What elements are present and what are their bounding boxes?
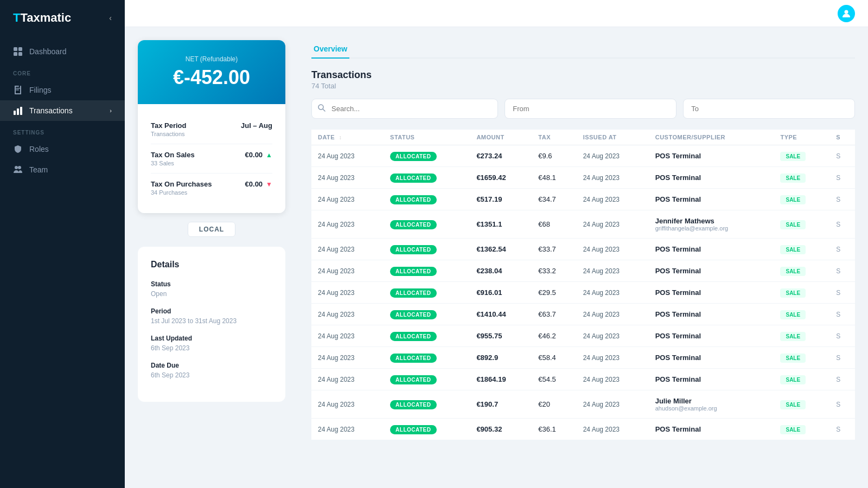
supplier-email: ahudson@example.org [655, 405, 768, 412]
chevron-right-icon: › [110, 107, 112, 114]
from-date-input[interactable] [505, 99, 676, 119]
filing-row-value: Jul – Aug [241, 121, 272, 130]
issued-at-cell: 24 Aug 2023 [577, 167, 649, 189]
tax-cell: €33.2 [532, 260, 576, 282]
issued-at-cell: 24 Aug 2023 [577, 390, 649, 419]
status-cell: ALLOCATED [384, 390, 470, 419]
type-cell: SALE [774, 390, 829, 419]
search-input[interactable] [311, 99, 498, 119]
tax-cell: €68 [532, 210, 576, 239]
filing-row-sub: 34 Purchases [151, 189, 212, 196]
type-badge: SALE [780, 425, 806, 434]
sidebar-item-filings[interactable]: Filings [0, 80, 125, 100]
type-cell: SALE [774, 239, 829, 260]
s-cell: S [829, 304, 855, 325]
date-cell: 24 Aug 2023 [311, 304, 384, 325]
col-s: S [829, 130, 855, 145]
table-row: 24 Aug 2023 ALLOCATED €1659.42 €48.1 24 … [311, 167, 855, 189]
transactions-table: DATE ↕ STATUS AMOUNT TAX ISSUED AT CUSTO… [311, 130, 855, 475]
svg-rect-9 [16, 89, 19, 91]
user-avatar[interactable] [838, 5, 855, 22]
col-type: TYPE [774, 130, 829, 145]
filing-row-label: Tax On Sales [151, 151, 195, 159]
table-row: 24 Aug 2023 ALLOCATED €273.24 €9.6 24 Au… [311, 145, 855, 167]
sidebar: TTaxmatic ‹ Dashboard CORE [0, 0, 125, 488]
sidebar-item-team[interactable]: Team [0, 159, 125, 180]
search-box [311, 99, 498, 119]
date-cell: 24 Aug 2023 [311, 369, 384, 390]
issued-at-cell: 24 Aug 2023 [577, 304, 649, 325]
col-tax: TAX [532, 130, 576, 145]
main-content: NET (Refundable) €-452.00 Tax Period Tra… [125, 0, 868, 488]
type-cell: SALE [774, 304, 829, 325]
date-cell: 24 Aug 2023 [311, 282, 384, 304]
type-cell: SALE [774, 325, 829, 347]
supplier-name: POS Terminal [655, 354, 768, 362]
filing-card-amount: €-452.00 [151, 66, 272, 89]
detail-item-period: Period 1st Jul 2023 to 31st Aug 2023 [151, 307, 272, 325]
filing-row-label: Tax On Purchases [151, 180, 212, 188]
type-badge: SALE [780, 288, 806, 298]
to-date-input[interactable] [683, 99, 855, 119]
detail-value: 1st Jul 2023 to 31st Aug 2023 [151, 317, 272, 325]
filing-card-body: Tax Period Transactions Jul – Aug Tax On… [138, 104, 285, 213]
sidebar-item-roles[interactable]: Roles [0, 139, 125, 159]
svg-rect-7 [20, 86, 21, 94]
logo-accent: T [13, 11, 20, 24]
amount-cell: €955.75 [470, 325, 532, 347]
status-badge: ALLOCATED [390, 288, 436, 298]
status-badge: ALLOCATED [390, 195, 436, 204]
details-section: Details Status Open Period 1st Jul 2023 … [138, 247, 285, 402]
table-row: 24 Aug 2023 ALLOCATED €892.9 €58.4 24 Au… [311, 347, 855, 369]
status-badge: ALLOCATED [390, 425, 436, 434]
type-badge: SALE [780, 332, 806, 341]
bar-chart-icon [13, 106, 23, 115]
supplier-name: POS Terminal [655, 310, 768, 318]
issued-at-cell: 24 Aug 2023 [577, 419, 649, 440]
sidebar-item-transactions[interactable]: Transactions › [0, 100, 125, 121]
tax-cell: €34.7 [532, 189, 576, 210]
type-badge: SALE [780, 220, 806, 229]
svg-point-14 [18, 166, 21, 169]
sidebar-logo: TTaxmatic ‹ [0, 0, 125, 36]
date-cell: 24 Aug 2023 [311, 260, 384, 282]
sidebar-item-label: Filings [29, 86, 51, 94]
filing-row-tax-period: Tax Period Transactions Jul – Aug [151, 115, 272, 144]
transactions-header: Transactions 74 Total [311, 69, 855, 90]
date-cell: 24 Aug 2023 [311, 145, 384, 167]
table-row: 24 Aug 2023 ALLOCATED €955.75 €46.2 24 A… [311, 325, 855, 347]
filing-row-label: Tax Period [151, 121, 187, 130]
tab-overview[interactable]: Overview [311, 40, 349, 59]
supplier-cell: POS Terminal [649, 167, 774, 189]
type-badge: SALE [780, 375, 806, 384]
search-icon [318, 104, 326, 113]
filing-row-tax-purchases: Tax On Purchases 34 Purchases €0.00 ▼ [151, 174, 272, 202]
sidebar-collapse-button[interactable]: ‹ [109, 14, 112, 22]
date-cell: 24 Aug 2023 [311, 347, 384, 369]
filing-row-value: €0.00 ▲ [245, 151, 272, 159]
tax-cell: €9.6 [532, 145, 576, 167]
detail-item-last-updated: Last Updated 6th Sep 2023 [151, 335, 272, 352]
col-date[interactable]: DATE ↕ [311, 130, 384, 145]
table-row: 24 Aug 2023 ALLOCATED €517.19 €34.7 24 A… [311, 189, 855, 210]
issued-at-cell: 24 Aug 2023 [577, 189, 649, 210]
type-cell: SALE [774, 347, 829, 369]
detail-label: Status [151, 280, 272, 288]
sidebar-item-dashboard[interactable]: Dashboard [0, 41, 125, 62]
issued-at-cell: 24 Aug 2023 [577, 210, 649, 239]
tax-cell: €48.1 [532, 167, 576, 189]
amount-cell: €273.24 [470, 145, 532, 167]
table-row: 24 Aug 2023 ALLOCATED €1410.44 €63.7 24 … [311, 304, 855, 325]
svg-line-17 [323, 109, 325, 111]
supplier-cell: Julie Millerahudson@example.org [649, 390, 774, 419]
svg-rect-3 [18, 52, 22, 56]
issued-at-cell: 24 Aug 2023 [577, 347, 649, 369]
right-panel: Overview Transactions 74 Total [298, 27, 868, 488]
amount-cell: €916.01 [470, 282, 532, 304]
sidebar-nav: Dashboard CORE Filings [0, 36, 125, 488]
svg-rect-2 [14, 52, 17, 56]
issued-at-cell: 24 Aug 2023 [577, 325, 649, 347]
content-area: NET (Refundable) €-452.00 Tax Period Tra… [125, 27, 868, 488]
status-badge: ALLOCATED [390, 354, 436, 363]
file-icon [13, 85, 23, 95]
